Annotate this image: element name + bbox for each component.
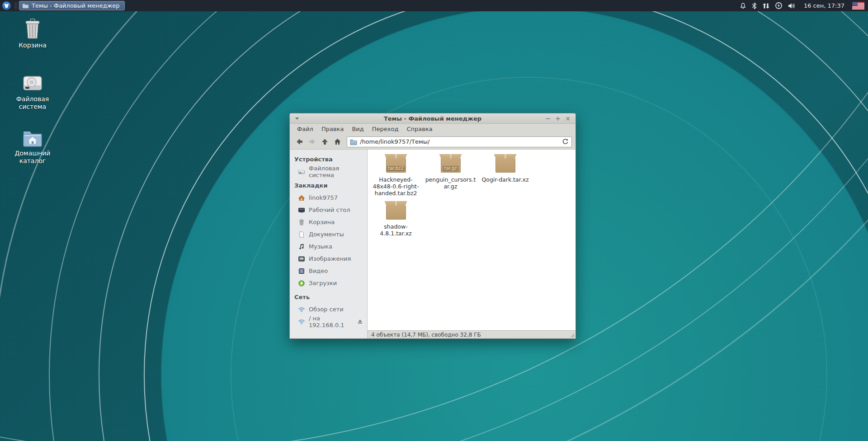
sidebar-item-label: Файловая система <box>309 165 363 178</box>
resize-grip-icon[interactable] <box>571 333 574 337</box>
desktop-icon-trash[interactable]: Корзина <box>11 18 54 49</box>
sidebar-item-music[interactable]: Музыка <box>290 240 367 253</box>
eject-button[interactable] <box>356 318 363 325</box>
sidebar-item-label: Музыка <box>309 243 332 250</box>
sidebar-header-devices: Устройства <box>290 151 367 165</box>
sidebar-header-network: Сеть <box>290 289 367 303</box>
menubar: Файл Правка Вид Переход Справка <box>290 124 576 134</box>
file-name: Hackneyed-48x48-0.6-right-handed.tar.bz2 <box>370 176 422 197</box>
statusbar-text: 4 объекта (14,7 МБ), свободно 32,8 ГБ <box>371 332 481 338</box>
harddrive-icon <box>298 168 305 175</box>
sidebar-item-label: linok9757 <box>309 194 338 201</box>
back-button[interactable] <box>293 136 305 148</box>
main-column: tar.bz2 Hackneyed-48x48-0.6-right-handed… <box>368 150 576 338</box>
sidebar-item-label: Рабочий стол <box>309 206 350 213</box>
sidebar-item-documents[interactable]: Документы <box>290 228 367 240</box>
window-title: Темы - Файловый менеджер <box>290 115 576 122</box>
keyboard-layout-us-flag-icon[interactable] <box>852 2 864 9</box>
menu-help[interactable]: Справка <box>402 125 436 133</box>
desktop-icon <box>298 206 305 214</box>
menu-edit[interactable]: Правка <box>317 125 348 133</box>
notifications-icon[interactable] <box>740 2 746 9</box>
titlebar[interactable]: Темы - Файловый менеджер − + × <box>290 113 576 124</box>
up-button[interactable] <box>319 136 330 148</box>
sidebar-item-label: Загрузки <box>309 280 337 286</box>
sidebar-item-label: Обзор сети <box>309 306 344 313</box>
sidebar-item-videos[interactable]: Видео <box>290 265 367 277</box>
archive-type-badge: tar.gz <box>443 166 458 171</box>
image-icon <box>298 255 305 263</box>
desktop-icon-label: Файловая система <box>11 95 54 111</box>
sidebar-item-network-browse[interactable]: Обзор сети <box>290 303 367 315</box>
window-controls: − + × <box>544 114 576 122</box>
window-content: Устройства Файловая система Закладки <box>290 149 576 338</box>
sidebar-header-bookmarks: Закладки <box>290 178 367 192</box>
sidebar-item-home[interactable]: linok9757 <box>290 192 367 204</box>
file-pane[interactable]: tar.bz2 Hackneyed-48x48-0.6-right-handed… <box>368 150 576 330</box>
sidebar: Устройства Файловая система Закладки <box>290 150 368 338</box>
sidebar-item-pictures[interactable]: Изображения <box>290 253 367 265</box>
file-item[interactable]: tar.gz penguin_cursors.tar.gz <box>423 154 478 197</box>
toolbar: /home/linok9757/Темы/ <box>290 134 576 149</box>
sidebar-item-downloads[interactable]: Загрузки <box>290 277 367 289</box>
file-item[interactable]: Qogir-dark.tar.xz <box>478 154 533 197</box>
sidebar-item-label: Корзина <box>309 219 335 225</box>
menu-view[interactable]: Вид <box>348 125 368 133</box>
arrow-left-icon <box>296 138 303 145</box>
minimize-button[interactable]: − <box>544 114 552 122</box>
desktop[interactable]: Темы - Файловый менеджер <box>0 0 868 441</box>
sidebar-item-label: Изображения <box>309 255 351 262</box>
trash-icon <box>298 219 305 226</box>
volume-icon[interactable] <box>788 2 796 9</box>
close-button[interactable]: × <box>564 114 572 122</box>
xubuntu-mouse-icon <box>4 3 9 9</box>
path-input[interactable]: /home/linok9757/Темы/ <box>360 138 559 145</box>
file-name: penguin_cursors.tar.gz <box>425 176 477 190</box>
arrow-up-icon <box>321 138 329 145</box>
applications-menu-button[interactable] <box>2 1 11 10</box>
location-bar[interactable]: /home/linok9757/Темы/ <box>347 136 572 147</box>
trash-icon <box>11 18 54 40</box>
wifi-icon <box>298 318 305 325</box>
statusbar: 4 объекта (14,7 МБ), свободно 32,8 ГБ <box>368 330 576 338</box>
sidebar-item-filesystem[interactable]: Файловая система <box>290 165 367 178</box>
taskbar-window-label: Темы - Файловый менеджер <box>32 2 120 9</box>
home-button[interactable] <box>331 136 343 148</box>
home-icon <box>298 194 305 202</box>
taskbar-window-button[interactable]: Темы - Файловый менеджер <box>19 1 125 10</box>
file-name: Qogir-dark.tar.xz <box>479 176 532 183</box>
home-icon <box>334 138 341 145</box>
sidebar-item-network-mount[interactable]: / на 192.168.0.1 <box>290 315 367 328</box>
forward-button[interactable] <box>306 136 318 148</box>
archive-icon <box>385 201 407 221</box>
desktop-icon-home[interactable]: Домашний каталог <box>11 128 54 165</box>
downloads-icon <box>298 280 305 287</box>
file-manager-window: Темы - Файловый менеджер − + × Файл Прав… <box>289 113 576 339</box>
music-icon <box>298 243 305 250</box>
top-panel: Темы - Файловый менеджер <box>0 0 868 11</box>
file-name: shadow-4.8.1.tar.xz <box>370 223 422 237</box>
desktop-icon-label: Корзина <box>11 42 54 49</box>
window-menu-icon[interactable] <box>295 117 299 120</box>
archive-icon <box>494 154 517 174</box>
sidebar-item-trash[interactable]: Корзина <box>290 216 367 228</box>
archive-type-badge: tar.bz2 <box>387 166 405 171</box>
file-item[interactable]: shadow-4.8.1.tar.xz <box>368 201 423 237</box>
network-updown-icon[interactable] <box>762 2 770 9</box>
menu-file[interactable]: Файл <box>293 125 317 133</box>
arrow-right-icon <box>308 138 316 145</box>
archive-icon: tar.gz <box>439 154 462 174</box>
clock[interactable]: 16 сен, 17:37 <box>804 2 844 9</box>
power-manager-icon[interactable] <box>775 2 783 9</box>
home-folder-icon <box>11 128 54 148</box>
desktop-icon-filesystem[interactable]: Файловая система <box>11 74 54 111</box>
sidebar-item-label: Документы <box>309 231 344 238</box>
panel-handle[interactable] <box>14 2 17 9</box>
menu-go[interactable]: Переход <box>368 125 403 133</box>
sidebar-item-label: / на 192.168.0.1 <box>309 315 353 328</box>
file-item[interactable]: tar.bz2 Hackneyed-48x48-0.6-right-handed… <box>368 154 423 197</box>
refresh-icon[interactable] <box>562 138 569 145</box>
sidebar-item-desktop[interactable]: Рабочий стол <box>290 204 367 216</box>
bluetooth-icon[interactable] <box>751 2 757 9</box>
maximize-button[interactable]: + <box>554 114 562 122</box>
